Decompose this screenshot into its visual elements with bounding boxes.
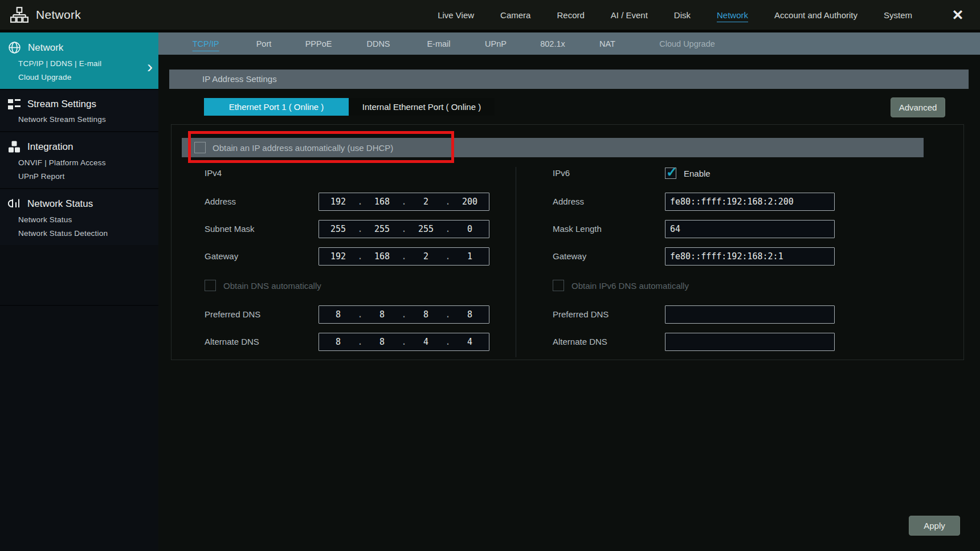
octet: 1 [451, 251, 489, 262]
octet: 255 [363, 224, 401, 234]
menu-record[interactable]: Record [544, 8, 597, 22]
ipv6-enable-row: ✓ Enable [665, 166, 710, 180]
ipv4-alternate-dns-input[interactable]: 8.8.4.4 [318, 333, 489, 351]
octet: 4 [451, 337, 489, 347]
tab-port[interactable]: Port [256, 32, 272, 55]
ipv4-dns-auto-checkbox [205, 280, 216, 291]
octet: 2 [407, 251, 445, 262]
ipv4-address-input[interactable]: 192.168.2.200 [318, 193, 489, 211]
tab-pppoe[interactable]: PPPoE [305, 32, 332, 55]
ipv4-subnet-label: Subnet Mask [205, 220, 255, 238]
tab-ddns[interactable]: DDNS [366, 32, 390, 55]
sidebar-item-network-status[interactable]: Network Status Network Status Network St… [0, 188, 158, 245]
ipv4-preferred-dns-label: Preferred DNS [205, 305, 260, 324]
ipv4-address-label: Address [205, 193, 236, 211]
network-subtab-bar: TCP/IP Port PPPoE DDNS E-mail UPnP 802.1… [158, 32, 980, 55]
tab-nat[interactable]: NAT [599, 32, 615, 55]
octet: 8 [407, 309, 445, 320]
sidebar-subline: Network Status Detection [18, 229, 153, 238]
octet: 255 [407, 224, 445, 234]
column-divider [516, 167, 516, 357]
cubes-icon [8, 141, 21, 153]
globe-icon [8, 41, 21, 54]
tab-8021x[interactable]: 802.1x [540, 32, 565, 55]
ipv6-dns-auto-row: Obtain IPv6 DNS automatically [553, 279, 689, 292]
menu-camera[interactable]: Camera [487, 8, 544, 22]
octet-separator: . [357, 251, 363, 262]
menu-network[interactable]: Network [704, 8, 761, 22]
menu-live-view[interactable]: Live View [424, 8, 487, 22]
ipv4-heading: IPv4 [205, 167, 222, 179]
ipv6-alternate-dns-label: Alternate DNS [553, 333, 607, 351]
ipv4-alternate-dns-label: Alternate DNS [205, 333, 259, 351]
apply-button[interactable]: Apply [909, 516, 960, 536]
octet: 8 [319, 337, 357, 347]
network-tree-icon [10, 6, 28, 23]
sidebar-subline: Network Status [18, 215, 153, 224]
octet-separator: . [401, 224, 407, 234]
octet: 168 [363, 197, 401, 207]
ipv6-alternate-dns-input[interactable] [665, 333, 835, 351]
tab-tcpip[interactable]: TCP/IP [193, 32, 219, 55]
checkmark-icon: ✓ [666, 164, 677, 180]
close-icon[interactable]: ✕ [948, 6, 967, 24]
octet-separator: . [357, 197, 363, 207]
octet-separator: . [445, 224, 451, 234]
dhcp-row: Obtain an IP address automatically (use … [182, 138, 924, 157]
sidebar-empty-area [0, 305, 158, 551]
ipv6-enable-checkbox[interactable]: ✓ [665, 168, 676, 179]
tab-internal-ethernet-port[interactable]: Internal Ethernet Port ( Online ) [349, 98, 495, 116]
ipv4-dns-auto-label: Obtain DNS automatically [223, 281, 321, 291]
stream-grid-icon [8, 99, 21, 110]
sidebar-item-stream-settings[interactable]: Stream Settings Network Stream Settings [0, 89, 158, 131]
menu-system[interactable]: System [871, 8, 925, 22]
octet-separator: . [357, 224, 363, 234]
top-bar: Network Live View Camera Record AI / Eve… [0, 0, 980, 30]
sidebar-item-network[interactable]: Network TCP/IP | DDNS | E-mail Cloud Upg… [0, 32, 158, 89]
octet: 192 [319, 197, 357, 207]
advanced-button[interactable]: Advanced [891, 97, 945, 117]
octet: 8 [451, 309, 489, 320]
octet-separator: . [445, 251, 451, 262]
main-content: TCP/IP Port PPPoE DDNS E-mail UPnP 802.1… [158, 30, 980, 551]
sidebar-subline: Cloud Upgrade [18, 73, 153, 81]
ipv6-preferred-dns-label: Preferred DNS [553, 305, 609, 324]
ipv6-gateway-label: Gateway [553, 247, 586, 266]
ipv4-preferred-dns-input[interactable]: 8.8.8.8 [318, 305, 489, 324]
octet: 168 [363, 251, 401, 262]
sidebar-subline: ONVIF | Platform Access [18, 158, 153, 167]
ipv6-preferred-dns-input[interactable] [665, 305, 835, 324]
octet: 0 [451, 224, 489, 234]
divider [0, 30, 980, 32]
sidebar-subline: TCP/IP | DDNS | E-mail [18, 59, 153, 68]
sidebar: Network TCP/IP | DDNS | E-mail Cloud Upg… [0, 32, 158, 551]
tab-cloud-upgrade[interactable]: Cloud Upgrade [659, 32, 715, 55]
ipv6-enable-label: Enable [684, 169, 710, 178]
tab-upnp[interactable]: UPnP [485, 32, 507, 55]
tab-ethernet-port-1[interactable]: Ethernet Port 1 ( Online ) [204, 98, 349, 116]
menu-disk[interactable]: Disk [661, 8, 704, 22]
ipv4-gateway-input[interactable]: 192.168.2.1 [318, 247, 489, 266]
ipv6-mask-length-input[interactable]: 64 [665, 220, 835, 238]
section-header-ip-address-settings: IP Address Settings [169, 70, 969, 89]
octet-separator: . [445, 309, 451, 320]
ipv6-dns-auto-label: Obtain IPv6 DNS automatically [571, 281, 689, 291]
tab-email[interactable]: E-mail [427, 32, 450, 55]
sidebar-item-integration[interactable]: Integration ONVIF | Platform Access UPnP… [0, 131, 158, 188]
ipv4-subnet-input[interactable]: 255.255.255.0 [318, 220, 489, 238]
octet: 255 [319, 224, 357, 234]
octet-separator: . [445, 337, 451, 347]
octet: 8 [319, 309, 357, 320]
ipv6-gateway-input[interactable]: fe80::ffff:192:168:2:1 [665, 247, 835, 266]
ipv6-address-input[interactable]: fe80::ffff:192:168:2:200 [665, 193, 835, 211]
nvr-network-settings-screen: Network Live View Camera Record AI / Eve… [0, 0, 980, 551]
octet: 200 [451, 197, 489, 207]
dhcp-checkbox[interactable] [194, 142, 206, 153]
status-chart-icon [8, 198, 21, 210]
dhcp-checkbox-label: Obtain an IP address automatically (use … [213, 143, 393, 153]
menu-account-authority[interactable]: Account and Authority [761, 8, 871, 22]
menu-ai-event[interactable]: AI / Event [598, 8, 661, 22]
ipv4-gateway-label: Gateway [205, 247, 238, 266]
octet-separator: . [401, 197, 407, 207]
main-menu: Live View Camera Record AI / Event Disk … [424, 0, 925, 30]
